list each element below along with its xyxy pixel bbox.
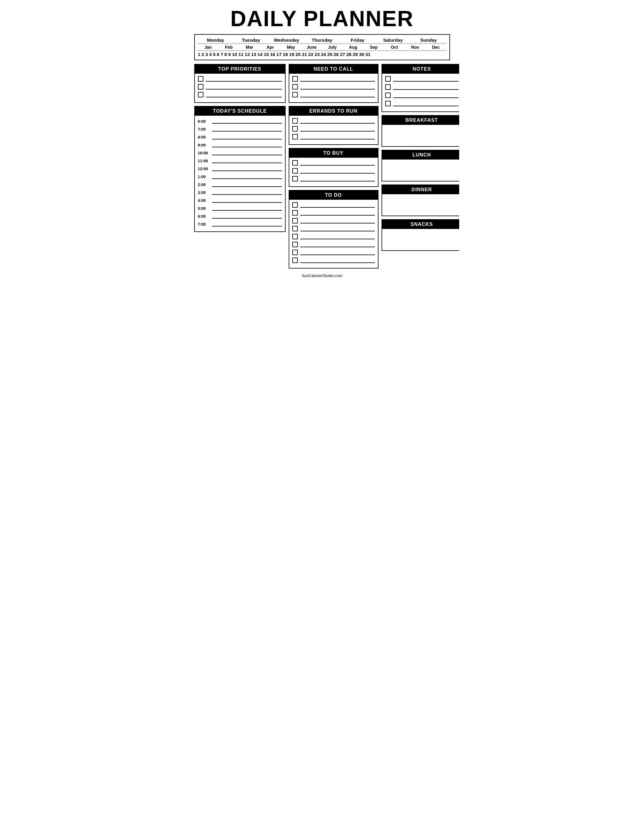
breakfast-box: BREAKFAST: [382, 115, 459, 147]
schedule-line: [212, 190, 282, 195]
schedule-time-1000: 10:00: [198, 150, 282, 155]
todo-checkbox-8[interactable]: [292, 257, 298, 263]
time-label: 6:00: [198, 214, 211, 219]
note-item-1: [385, 76, 459, 82]
date-section: MondayTuesdayWednesdayThursdayFridaySatu…: [194, 34, 450, 60]
time-label: 6:00: [198, 119, 211, 124]
errands-header: ERRANDS TO RUN: [289, 106, 378, 116]
notes-box: NOTES: [382, 64, 459, 112]
days-row: MondayTuesdayWednesdayThursdayFridaySatu…: [198, 37, 446, 44]
month-jan: Jan: [198, 45, 219, 50]
to-do-box: TO DO: [289, 190, 378, 269]
time-label: 2:00: [198, 182, 211, 187]
day-tuesday: Tuesday: [233, 37, 269, 43]
priority-checkbox-1[interactable]: [198, 76, 203, 82]
buy-item-1: [292, 160, 375, 166]
to-buy-box: TO BUY: [289, 148, 378, 187]
todo-checkbox-1[interactable]: [292, 202, 298, 207]
lunch-header: LUNCH: [382, 150, 459, 159]
buy-line-3: [300, 176, 375, 182]
left-column: TOP PRIORITIES TODAY'S SCHEDULE: [194, 64, 286, 272]
note-line-1: [393, 76, 459, 82]
schedule-line: [212, 118, 282, 124]
call-item-1: [292, 76, 375, 82]
day-saturday: Saturday: [375, 37, 411, 43]
call-checkbox-1[interactable]: [292, 76, 298, 82]
day-sunday: Sunday: [411, 37, 446, 43]
call-item-3: [292, 92, 375, 97]
errand-checkbox-3[interactable]: [292, 134, 298, 140]
buy-checkbox-3[interactable]: [292, 176, 298, 182]
call-line-2: [300, 84, 375, 90]
buy-line-1: [300, 160, 375, 166]
main-grid: TOP PRIORITIES TODAY'S SCHEDULE: [194, 64, 450, 272]
note-checkbox-3[interactable]: [385, 93, 391, 98]
call-line-1: [300, 76, 375, 82]
top-priorities-header: TOP PRIORITIES: [195, 64, 285, 74]
note-line-4: [393, 101, 459, 106]
call-checkbox-2[interactable]: [292, 84, 298, 90]
month-oct: Oct: [384, 45, 405, 50]
todo-item-5: [292, 234, 375, 239]
schedule-line: [212, 166, 282, 171]
buy-line-2: [300, 168, 375, 174]
dinner-box: DINNER: [382, 185, 459, 216]
errand-item-3: [292, 134, 375, 140]
note-checkbox-1[interactable]: [385, 76, 391, 82]
breakfast-body: [382, 125, 459, 146]
buy-checkbox-2[interactable]: [292, 168, 298, 174]
notes-header: NOTES: [382, 64, 459, 74]
buy-item-2: [292, 168, 375, 174]
errand-checkbox-2[interactable]: [292, 126, 298, 132]
time-label: 10:00: [198, 151, 211, 155]
todo-checkbox-2[interactable]: [292, 210, 298, 215]
schedule-time-600: 6:00: [198, 213, 282, 219]
errands-box: ERRANDS TO RUN: [289, 106, 378, 145]
lunch-box: LUNCH: [382, 150, 459, 182]
todo-item-6: [292, 242, 375, 247]
call-item-2: [292, 84, 375, 90]
call-checkbox-3[interactable]: [292, 92, 298, 97]
errand-checkbox-1[interactable]: [292, 118, 298, 124]
schedule-time-900: 9:00: [198, 142, 282, 147]
todo-checkbox-7[interactable]: [292, 250, 298, 255]
schedule-line: [212, 205, 282, 211]
lunch-body: [382, 159, 459, 181]
schedule-time-1100: 11:00: [198, 158, 282, 163]
todo-line-4: [300, 226, 375, 232]
schedule-box: TODAY'S SCHEDULE 6:00 7:00 8:00 9:00 10:…: [194, 106, 286, 232]
todo-checkbox-4[interactable]: [292, 226, 298, 232]
todo-checkbox-5[interactable]: [292, 234, 298, 239]
buy-checkbox-1[interactable]: [292, 160, 298, 166]
todo-item-8: [292, 257, 375, 263]
todo-line-5: [300, 234, 375, 239]
schedule-line: [212, 142, 282, 147]
time-label: 8:00: [198, 135, 211, 140]
dinner-body: [382, 194, 459, 215]
todo-checkbox-3[interactable]: [292, 218, 298, 224]
note-line-2: [393, 84, 459, 90]
schedule-line: [212, 150, 282, 155]
schedule-line: [212, 126, 282, 132]
todo-line-6: [300, 242, 375, 247]
months-row: JanFebMarAprMayJuneJulyAugSepOctNovDec: [198, 44, 446, 51]
month-nov: Nov: [405, 45, 426, 50]
priority-checkbox-2[interactable]: [198, 84, 203, 90]
month-aug: Aug: [343, 45, 364, 50]
to-do-body: [289, 200, 378, 268]
priority-checkbox-3[interactable]: [198, 92, 203, 97]
day-wednesday: Wednesday: [269, 37, 304, 43]
schedule-line: [212, 197, 282, 203]
note-item-2: [385, 84, 459, 90]
day-thursday: Thursday: [304, 37, 340, 43]
note-checkbox-4[interactable]: [385, 101, 391, 106]
to-do-header: TO DO: [289, 191, 378, 200]
priority-line-1: [206, 76, 282, 82]
schedule-time-100: 1:00: [198, 174, 282, 179]
schedule-line: [212, 174, 282, 179]
errand-item-2: [292, 126, 375, 132]
schedule-line: [212, 134, 282, 140]
note-checkbox-2[interactable]: [385, 84, 391, 90]
todo-checkbox-6[interactable]: [292, 242, 298, 247]
month-may: May: [281, 45, 301, 50]
